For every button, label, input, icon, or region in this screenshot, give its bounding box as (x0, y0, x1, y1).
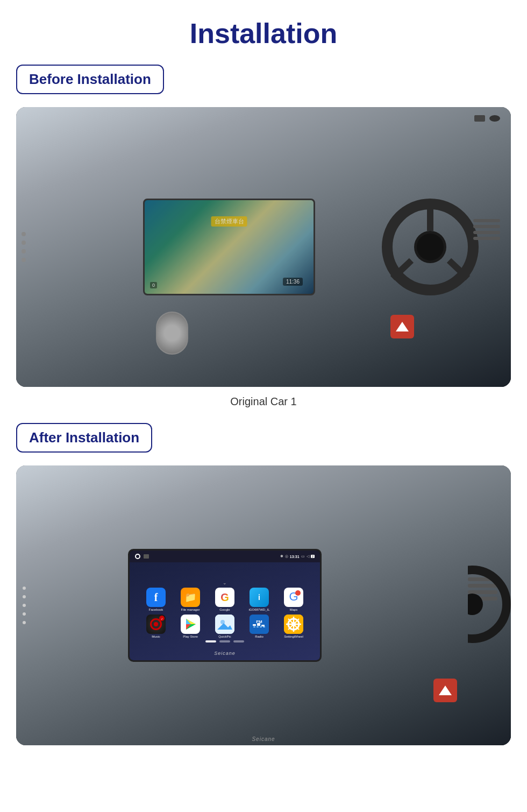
svg-rect-19 (253, 624, 256, 626)
svg-rect-25 (263, 626, 265, 627)
before-section: Before Installation 台禁煙車台 11:36 (0, 65, 527, 423)
app-play-store[interactable]: Play Store (176, 615, 205, 638)
after-caption-bottom (0, 745, 527, 756)
app-igo[interactable]: i iGO687WD_IL (245, 588, 274, 611)
before-caption: Original Car 1 (0, 396, 527, 408)
status-time: 13:31 (290, 555, 300, 559)
app-file-manager[interactable]: 📁 File manager (176, 588, 205, 611)
svg-rect-22 (253, 626, 255, 627)
before-installation-badge: Before Installation (16, 65, 164, 94)
svg-point-8 (295, 590, 301, 596)
app-facebook[interactable]: f Facebook (141, 588, 170, 611)
before-car-image: 台禁煙車台 11:36 0 (16, 107, 511, 387)
app-setting-wheel[interactable]: SettingWheel (279, 615, 308, 638)
after-section: After Installation (0, 423, 527, 756)
app-radio[interactable]: FM Radio (245, 615, 274, 638)
svg-rect-20 (257, 623, 260, 626)
svg-rect-24 (260, 626, 262, 627)
app-maps[interactable]: G Maps (279, 588, 308, 611)
app-google[interactable]: G Google (210, 588, 239, 611)
app-quickpic[interactable]: QuickPic (210, 615, 239, 638)
page-title: Installation (0, 17, 527, 50)
after-installation-badge: After Installation (16, 423, 152, 453)
svg-rect-21 (261, 625, 265, 626)
svg-rect-23 (257, 626, 259, 627)
app-music[interactable]: ♪ Music (141, 615, 170, 638)
svg-point-34 (468, 594, 483, 615)
svg-point-5 (417, 234, 444, 260)
play-store-label: Play Store (183, 635, 198, 638)
seicane-label: Seicane (214, 651, 236, 656)
after-car-image: ✱◎ 13:31 ▭◁2 ⌄ f (16, 465, 511, 745)
